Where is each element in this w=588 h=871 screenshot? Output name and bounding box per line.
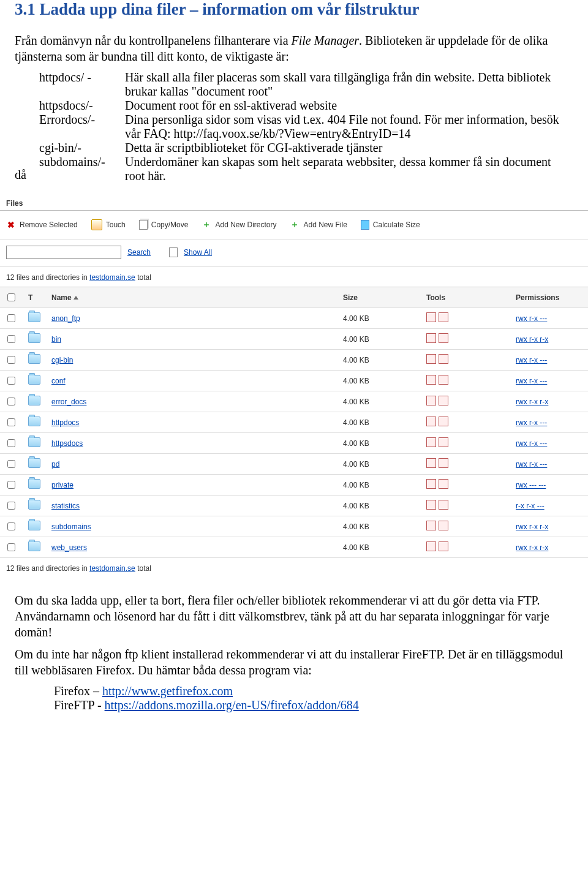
tool-icon[interactable] [426,396,436,405]
permissions-link[interactable]: rwx r-x --- [516,460,547,469]
calc-label: Calculate Size [373,221,420,229]
permissions-link[interactable]: rwx r-x r-x [516,522,548,531]
row-checkbox[interactable] [7,418,15,426]
col-type-header[interactable]: T [23,287,47,308]
file-manager-term: File Manager [292,34,360,47]
row-checkbox[interactable] [7,543,15,551]
permissions-link[interactable]: rwx --- --- [516,481,546,489]
tool-icon[interactable] [439,417,448,426]
row-checkbox[interactable] [7,522,15,530]
permissions-link[interactable]: rwx r-x r-x [516,335,548,344]
file-name-link[interactable]: subdomains [51,522,91,531]
permissions-link[interactable]: rwx r-x --- [516,439,547,448]
file-size: 4.00 KB [338,475,421,496]
row-checkbox[interactable] [7,314,15,322]
file-count-bottom: 12 files and directories in testdomain.s… [0,558,588,578]
remove-selected-button[interactable]: ✖ Remove Selected [6,220,78,230]
row-checkbox[interactable] [7,460,15,468]
file-size: 4.00 KB [338,496,421,516]
table-row: conf4.00 KBrwx r-x --- [0,371,588,391]
fireftp-link[interactable]: https://addons.mozilla.org/en-US/firefox… [105,698,359,712]
tool-icon[interactable] [426,479,436,489]
file-name-link[interactable]: web_users [51,543,87,552]
def-key: httpdocs/ - [39,70,125,99]
file-name-link[interactable]: statistics [51,502,80,510]
file-name-link[interactable]: conf [51,377,66,385]
col-perm-header[interactable]: Permissions [511,287,588,308]
select-all-checkbox[interactable] [7,293,15,301]
touch-label: Touch [106,221,126,229]
permissions-link[interactable]: rwx r-x --- [516,356,547,364]
row-checkbox[interactable] [7,377,15,385]
tool-icon[interactable] [426,541,436,551]
tool-icon[interactable] [439,396,448,405]
tool-icon[interactable] [439,437,448,447]
tool-icon[interactable] [439,312,448,322]
row-checkbox[interactable] [7,481,15,489]
domain-link[interactable]: testdomain.se [89,273,135,282]
touch-button[interactable]: Touch [91,219,126,230]
add-directory-button[interactable]: ＋ Add New Directory [202,220,276,230]
count-suffix: total [135,564,151,573]
row-checkbox[interactable] [7,335,15,343]
def-key: subdomains/- [39,155,125,183]
row-checkbox[interactable] [7,502,15,510]
domain-link[interactable]: testdomain.se [89,564,135,573]
tool-icon[interactable] [426,437,436,447]
tool-icon[interactable] [426,521,436,530]
col-size-header[interactable]: Size [338,287,421,308]
touch-icon [91,219,102,230]
tool-icon[interactable] [439,479,448,489]
permissions-link[interactable]: rwx r-x r-x [516,398,548,406]
remove-label: Remove Selected [20,221,78,229]
permissions-link[interactable]: rwx r-x r-x [516,543,548,552]
tool-icon[interactable] [439,354,448,364]
tool-icon[interactable] [439,458,448,468]
search-input[interactable] [6,246,121,259]
tool-icon[interactable] [426,458,436,468]
row-checkbox[interactable] [7,398,15,405]
tool-icon[interactable] [426,500,436,510]
file-name-link[interactable]: cgi-bin [51,356,73,364]
folder-icon [28,458,40,468]
file-name-link[interactable]: anon_ftp [51,314,80,323]
tool-icon[interactable] [439,500,448,510]
permissions-link[interactable]: rwx r-x --- [516,377,547,385]
tool-icon[interactable] [439,521,448,530]
file-name-link[interactable]: private [51,481,74,489]
file-name-link[interactable]: pd [51,460,59,469]
tool-icon[interactable] [426,354,436,364]
row-checkbox[interactable] [7,439,15,447]
tool-icon[interactable] [439,375,448,385]
tool-icon[interactable] [439,333,448,343]
permissions-link[interactable]: r-x r-x --- [516,502,545,510]
file-name-link[interactable]: httpsdocs [51,439,83,448]
file-name-link[interactable]: error_docs [51,398,86,406]
col-tools-header[interactable]: Tools [421,287,511,308]
row-checkbox[interactable] [7,356,15,364]
calculate-size-button[interactable]: Calculate Size [361,220,420,230]
tool-icon[interactable] [426,375,436,385]
search-button[interactable]: Search [127,248,151,257]
tool-icon[interactable] [439,541,448,551]
show-all-icon [169,247,178,257]
tool-icon[interactable] [426,417,436,426]
show-all-button[interactable]: Show All [184,248,212,257]
file-name-link[interactable]: httpdocs [51,418,79,427]
tool-icon[interactable] [426,312,436,322]
permissions-link[interactable]: rwx r-x --- [516,418,547,427]
table-row: subdomains4.00 KBrwx r-x r-x [0,516,588,537]
tool-icon[interactable] [426,333,436,343]
col-name-header[interactable]: Name [47,287,338,308]
add-file-label: Add New File [303,221,347,229]
table-row: statistics4.00 KBr-x r-x --- [0,496,588,516]
count-suffix: total [135,273,151,282]
file-name-link[interactable]: bin [51,335,61,344]
fireftp-label: FireFTP - [54,698,105,712]
firefox-link[interactable]: http://www.getfirefox.com [102,684,233,698]
file-size: 4.00 KB [338,412,421,433]
copy-move-button[interactable]: Copy/Move [139,220,189,230]
add-file-button[interactable]: ＋ Add New File [290,220,347,230]
permissions-link[interactable]: rwx r-x --- [516,314,547,323]
sort-asc-icon [74,296,78,300]
